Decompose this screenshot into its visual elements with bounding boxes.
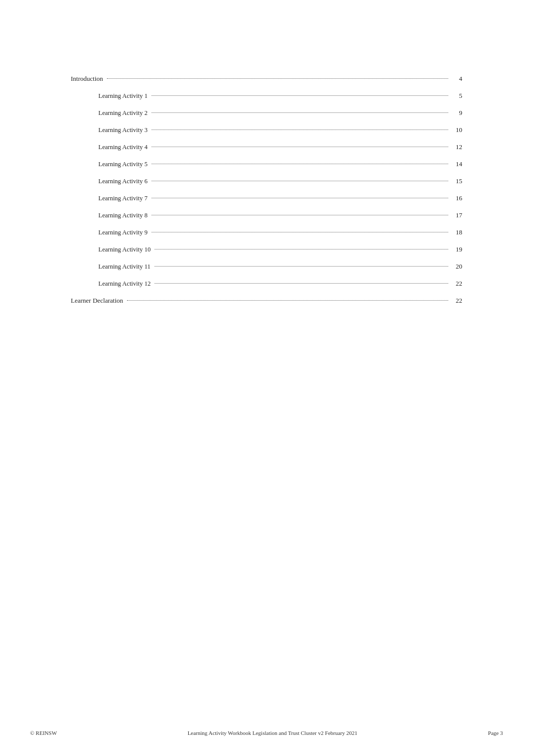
toc-page-number: 14	[452, 160, 462, 168]
toc-dots	[152, 232, 448, 232]
toc-dots	[107, 78, 448, 79]
toc-label: Learning Activity 1	[71, 92, 148, 100]
toc-label: Learning Activity 2	[71, 109, 148, 117]
page-container: Introduction4Learning Activity 15Learnin…	[71, 0, 462, 349]
toc-label: Learning Activity 3	[71, 127, 148, 134]
toc-page-number: 22	[452, 297, 462, 305]
toc-label: Learning Activity 11	[71, 263, 151, 271]
toc-page-number: 12	[452, 143, 462, 151]
toc-row: Learning Activity 1222	[71, 275, 462, 292]
toc-label: Learning Activity 8	[71, 212, 148, 219]
toc-row: Learning Activity 29	[71, 104, 462, 121]
toc-row: Learning Activity 1120	[71, 258, 462, 275]
toc-row: Learning Activity 15	[71, 87, 462, 104]
toc-page-number: 9	[452, 109, 462, 117]
toc-label: Learning Activity 5	[71, 161, 148, 168]
toc-row: Learning Activity 412	[71, 139, 462, 156]
toc-page-number: 4	[452, 75, 462, 83]
toc-dots	[152, 215, 448, 215]
toc-page-number: 16	[452, 194, 462, 202]
toc-label: Introduction	[71, 75, 103, 83]
toc-page-number: 17	[452, 211, 462, 219]
footer-page: Page 3	[488, 730, 503, 736]
toc-page-number: 20	[452, 263, 462, 271]
toc-dots	[152, 181, 448, 181]
toc-label: Learner Declaration	[71, 297, 123, 305]
toc-dots	[155, 283, 448, 284]
toc-page-number: 22	[452, 280, 462, 288]
toc-row: Introduction4	[71, 70, 462, 87]
toc-dots	[155, 249, 448, 249]
toc-label: Learning Activity 7	[71, 195, 148, 202]
toc-page-number: 19	[452, 245, 462, 254]
toc-label: Learning Activity 9	[71, 229, 148, 236]
toc-row: Learning Activity 1019	[71, 241, 462, 258]
toc-row: Learning Activity 310	[71, 121, 462, 139]
toc-label: Learning Activity 4	[71, 144, 148, 151]
toc-dots	[127, 300, 448, 301]
toc-dots	[155, 266, 448, 267]
toc-dots	[152, 95, 448, 96]
toc-page-number: 18	[452, 228, 462, 236]
toc-row: Learning Activity 615	[71, 173, 462, 190]
toc-row: Learner Declaration22	[71, 292, 462, 309]
footer-title: Learning Activity Workbook Legislation a…	[57, 730, 488, 736]
toc-page-number: 15	[452, 177, 462, 185]
toc-dots	[152, 130, 448, 130]
toc-label: Learning Activity 10	[71, 246, 151, 254]
toc-row: Learning Activity 716	[71, 190, 462, 207]
toc-label: Learning Activity 6	[71, 178, 148, 185]
toc-row: Learning Activity 918	[71, 224, 462, 241]
table-of-contents: Introduction4Learning Activity 15Learnin…	[71, 70, 462, 309]
toc-page-number: 5	[452, 92, 462, 100]
page-footer: © REINSW Learning Activity Workbook Legi…	[0, 730, 533, 736]
toc-page-number: 10	[452, 126, 462, 134]
toc-dots	[152, 147, 448, 147]
toc-row: Learning Activity 817	[71, 207, 462, 224]
footer-copyright: © REINSW	[30, 730, 57, 736]
toc-dots	[152, 164, 448, 164]
toc-dots	[152, 198, 448, 198]
toc-label: Learning Activity 12	[71, 280, 151, 288]
toc-dots	[152, 112, 448, 113]
toc-row: Learning Activity 514	[71, 156, 462, 173]
